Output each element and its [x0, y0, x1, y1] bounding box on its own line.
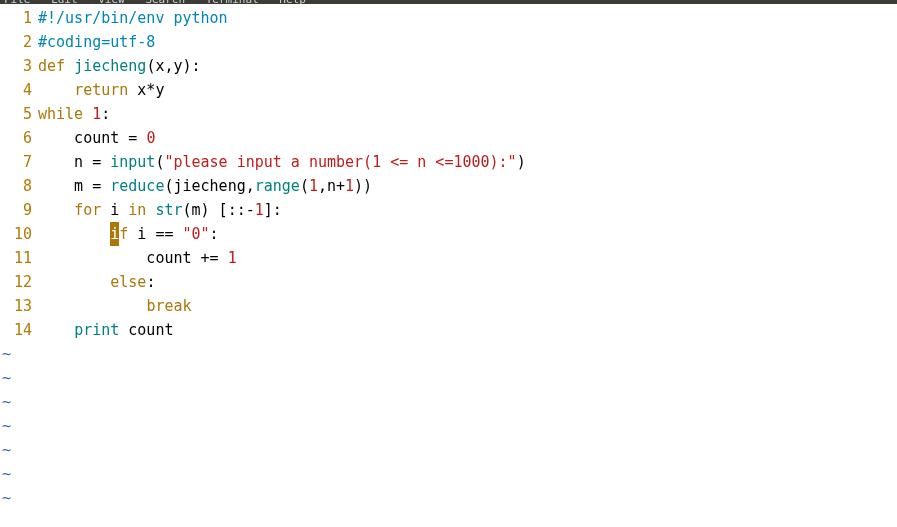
- line-number: 14: [0, 318, 38, 342]
- code-content[interactable]: count = 0: [38, 126, 897, 150]
- line-number: 1: [0, 6, 38, 30]
- code-token: ,n+: [318, 177, 345, 195]
- line-number: 2: [0, 30, 38, 54]
- code-token: while: [38, 105, 83, 123]
- code-token: [38, 201, 74, 219]
- code-token: :: [101, 105, 110, 123]
- code-token: input: [110, 153, 155, 171]
- code-token: [38, 297, 146, 315]
- code-content[interactable]: def jiecheng(x,y):: [38, 54, 897, 78]
- line-number: 10: [0, 222, 38, 246]
- code-token: [83, 105, 92, 123]
- line-number: 4: [0, 78, 38, 102]
- code-content[interactable]: else:: [38, 270, 897, 294]
- empty-line-tilde: ~: [0, 390, 897, 414]
- code-line[interactable]: 8 m = reduce(jiecheng,range(1,n+1)): [0, 174, 897, 198]
- code-token: x*y: [128, 81, 164, 99]
- code-token: ]:: [264, 201, 282, 219]
- code-line[interactable]: 13 break: [0, 294, 897, 318]
- line-number: 5: [0, 102, 38, 126]
- code-token: else: [110, 273, 146, 291]
- empty-line-tilde: ~: [0, 414, 897, 438]
- code-line[interactable]: 14 print count: [0, 318, 897, 342]
- code-line[interactable]: 10 if i == "0":: [0, 222, 897, 246]
- code-content[interactable]: break: [38, 294, 897, 318]
- code-token: [65, 57, 74, 75]
- code-token: 1: [228, 249, 237, 267]
- code-token: break: [146, 297, 191, 315]
- code-token: n =: [38, 153, 110, 171]
- code-token: "0": [183, 225, 210, 243]
- code-line[interactable]: 9 for i in str(m) [::-1]:: [0, 198, 897, 222]
- code-token: (: [300, 177, 309, 195]
- code-token: print: [74, 321, 119, 339]
- code-token: str: [155, 201, 182, 219]
- code-token: #coding=utf-8: [38, 33, 155, 51]
- empty-line-tilde: ~: [0, 438, 897, 462]
- code-line[interactable]: 11 count += 1: [0, 246, 897, 270]
- menu-terminal[interactable]: Terminal: [206, 0, 259, 4]
- code-token: "please input a number(1 <= n <=1000):": [164, 153, 516, 171]
- menu-search[interactable]: Search: [145, 0, 185, 4]
- code-line[interactable]: 5while 1:: [0, 102, 897, 126]
- code-token: i: [101, 201, 128, 219]
- code-token: i: [110, 222, 119, 246]
- code-content[interactable]: while 1:: [38, 102, 897, 126]
- code-token: in: [128, 201, 146, 219]
- code-content[interactable]: n = input("please input a number(1 <= n …: [38, 150, 897, 174]
- code-token: range: [255, 177, 300, 195]
- code-token: reduce: [110, 177, 164, 195]
- code-line[interactable]: 6 count = 0: [0, 126, 897, 150]
- menu-view[interactable]: View: [98, 0, 125, 4]
- code-token: (x,y):: [146, 57, 200, 75]
- code-content[interactable]: m = reduce(jiecheng,range(1,n+1)): [38, 174, 897, 198]
- code-token: )): [354, 177, 372, 195]
- code-token: 1: [92, 105, 101, 123]
- line-number: 9: [0, 198, 38, 222]
- code-token: [38, 321, 74, 339]
- empty-line-tilde: ~: [0, 462, 897, 486]
- code-content[interactable]: if i == "0":: [38, 222, 897, 246]
- code-line[interactable]: 7 n = input("please input a number(1 <= …: [0, 150, 897, 174]
- menu-file[interactable]: File: [4, 0, 31, 4]
- code-token: (m) [::-: [183, 201, 255, 219]
- code-content[interactable]: for i in str(m) [::-1]:: [38, 198, 897, 222]
- empty-line-tilde: ~: [0, 486, 897, 510]
- code-token: count =: [38, 129, 146, 147]
- code-token: m =: [38, 177, 110, 195]
- code-line[interactable]: 4 return x*y: [0, 78, 897, 102]
- line-number: 13: [0, 294, 38, 318]
- code-token: :: [146, 273, 155, 291]
- code-line[interactable]: 1#!/usr/bin/env python: [0, 6, 897, 30]
- line-number: 6: [0, 126, 38, 150]
- code-token: 0: [146, 129, 155, 147]
- code-token: :: [210, 225, 219, 243]
- code-content[interactable]: print count: [38, 318, 897, 342]
- code-token: f: [119, 225, 128, 243]
- code-content[interactable]: count += 1: [38, 246, 897, 270]
- code-line[interactable]: 2#coding=utf-8: [0, 30, 897, 54]
- code-token: 1: [255, 201, 264, 219]
- code-token: 1: [309, 177, 318, 195]
- line-number: 8: [0, 174, 38, 198]
- editor-area[interactable]: 1#!/usr/bin/env python2#coding=utf-83def…: [0, 4, 897, 510]
- line-number: 11: [0, 246, 38, 270]
- empty-line-tilde: ~: [0, 366, 897, 390]
- code-content[interactable]: #!/usr/bin/env python: [38, 6, 897, 30]
- code-token: 1: [345, 177, 354, 195]
- menu-help[interactable]: Help: [279, 0, 306, 4]
- code-token: for: [74, 201, 101, 219]
- code-token: i ==: [128, 225, 182, 243]
- code-token: (jiecheng,: [164, 177, 254, 195]
- line-number: 12: [0, 270, 38, 294]
- code-line[interactable]: 3def jiecheng(x,y):: [0, 54, 897, 78]
- code-line[interactable]: 12 else:: [0, 270, 897, 294]
- code-content[interactable]: #coding=utf-8: [38, 30, 897, 54]
- menu-edit[interactable]: Edit: [51, 0, 78, 4]
- code-token: ): [517, 153, 526, 171]
- code-token: count: [119, 321, 173, 339]
- line-number: 3: [0, 54, 38, 78]
- code-content[interactable]: return x*y: [38, 78, 897, 102]
- code-token: [38, 81, 74, 99]
- line-number: 7: [0, 150, 38, 174]
